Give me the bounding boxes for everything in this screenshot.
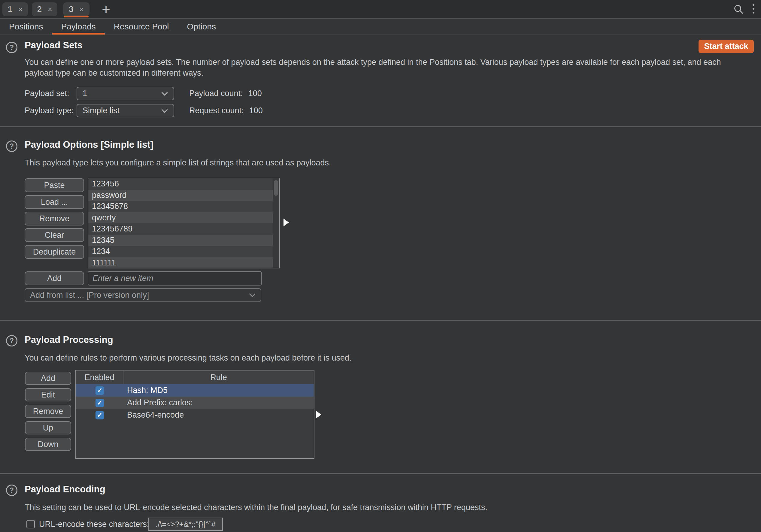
add-button[interactable]: Add bbox=[25, 271, 84, 285]
table-row[interactable]: Base64-encode bbox=[76, 409, 314, 421]
payload-encoding-title: Payload Encoding bbox=[25, 484, 105, 495]
payload-list-item[interactable]: 12345678 bbox=[88, 201, 279, 212]
clear-button[interactable]: Clear bbox=[25, 228, 84, 242]
chevron-down-icon bbox=[161, 109, 168, 113]
rule-up-button[interactable]: Up bbox=[25, 421, 71, 434]
close-icon[interactable]: × bbox=[79, 6, 84, 13]
tab-payloads[interactable]: Payloads bbox=[52, 19, 105, 34]
scrollbar-track[interactable] bbox=[273, 178, 279, 268]
payload-options-title: Payload Options [Simple list] bbox=[25, 139, 153, 150]
processing-rules-table[interactable]: Enabled Rule Hash: MD5 Add Prefix: carlo… bbox=[75, 370, 315, 459]
rule-remove-button[interactable]: Remove bbox=[25, 405, 71, 418]
start-attack-button[interactable]: Start attack bbox=[699, 40, 754, 53]
payload-count-value: 100 bbox=[248, 89, 262, 98]
url-encode-chars-input[interactable] bbox=[148, 517, 223, 531]
window-tab-1[interactable]: 1 × bbox=[2, 2, 28, 16]
chevron-down-icon bbox=[161, 91, 168, 96]
window-tab-2[interactable]: 2 × bbox=[32, 2, 57, 16]
window-tab-1-label: 1 bbox=[8, 5, 12, 14]
load-button[interactable]: Load ... bbox=[25, 195, 84, 209]
window-tab-2-label: 2 bbox=[37, 5, 42, 14]
window-tab-3-active[interactable]: 3 × bbox=[63, 2, 89, 16]
payload-options-section: ? Payload Options [Simple list] This pay… bbox=[0, 127, 761, 320]
payload-list-item[interactable]: 123456 bbox=[88, 178, 279, 190]
tab-positions[interactable]: Positions bbox=[0, 19, 52, 34]
active-nav-underline bbox=[52, 33, 105, 34]
payload-type-select[interactable]: Simple list bbox=[77, 104, 174, 117]
chevron-down-icon bbox=[249, 293, 256, 297]
expand-list-arrow-icon[interactable] bbox=[283, 219, 289, 226]
payload-processing-title: Payload Processing bbox=[25, 335, 113, 345]
rule-add-button[interactable]: Add bbox=[25, 372, 71, 385]
intruder-nav-bar: Positions Payloads Resource Pool Options bbox=[0, 19, 761, 35]
payload-list[interactable]: 123456 password 12345678 qwerty 12345678… bbox=[88, 178, 280, 268]
active-tab-underline bbox=[64, 16, 88, 18]
search-icon[interactable] bbox=[733, 4, 744, 15]
payload-sets-section: ? Payload Sets Start attack You can defi… bbox=[0, 35, 761, 127]
enabled-cell bbox=[76, 386, 123, 395]
payload-list-item[interactable]: password bbox=[88, 190, 279, 201]
payload-set-label: Payload set: bbox=[25, 87, 69, 100]
tab-resource-pool[interactable]: Resource Pool bbox=[105, 19, 178, 34]
payload-count-label: Payload count: bbox=[189, 89, 243, 98]
rule-column-header: Rule bbox=[123, 370, 314, 384]
enabled-cell bbox=[76, 399, 123, 407]
payload-type-label: Payload type: bbox=[25, 104, 74, 117]
rule-enabled-checkbox[interactable] bbox=[95, 399, 104, 407]
url-encode-checkbox[interactable] bbox=[27, 520, 35, 528]
window-tab-bar: 1 × 2 × 3 × + bbox=[0, 0, 761, 19]
payload-list-item[interactable]: 1234 bbox=[88, 246, 279, 257]
tab-positions-label: Positions bbox=[9, 22, 43, 31]
payload-list-item[interactable]: 123456789 bbox=[88, 223, 279, 235]
enabled-column-header: Enabled bbox=[76, 370, 123, 384]
table-row[interactable]: Add Prefix: carlos: bbox=[76, 397, 314, 409]
payload-sets-title: Payload Sets bbox=[25, 40, 83, 51]
url-encode-label: URL-encode these characters: bbox=[39, 520, 149, 529]
rule-enabled-checkbox[interactable] bbox=[95, 411, 104, 419]
remove-button[interactable]: Remove bbox=[25, 212, 84, 226]
payload-list-item[interactable]: 111111 bbox=[88, 257, 279, 269]
rule-cell: Add Prefix: carlos: bbox=[123, 398, 314, 407]
request-count-row: Request count: 100 bbox=[189, 104, 263, 117]
rule-enabled-checkbox[interactable] bbox=[95, 386, 104, 395]
tab-resource-pool-label: Resource Pool bbox=[114, 22, 169, 31]
kebab-menu-icon[interactable] bbox=[753, 4, 754, 14]
expand-table-arrow-icon[interactable] bbox=[316, 411, 322, 418]
payload-options-description: This payload type lets you configure a s… bbox=[25, 157, 331, 168]
help-icon[interactable]: ? bbox=[6, 485, 18, 496]
new-tab-button[interactable]: + bbox=[98, 2, 113, 16]
add-from-list-label: Add from list ... [Pro version only] bbox=[30, 291, 149, 300]
rule-cell: Hash: MD5 bbox=[123, 386, 314, 395]
url-encode-row: URL-encode these characters: bbox=[27, 517, 149, 531]
payload-processing-description: You can define rules to perform various … bbox=[25, 352, 352, 363]
payload-encoding-description: This setting can be used to URL-encode s… bbox=[25, 502, 488, 513]
new-item-input[interactable] bbox=[88, 271, 262, 286]
payload-encoding-section: ? Payload Encoding This setting can be u… bbox=[0, 474, 761, 532]
payload-list-item[interactable]: 12345 bbox=[88, 235, 279, 246]
payload-sets-description: You can define one or more payload sets.… bbox=[25, 57, 747, 79]
rule-cell: Base64-encode bbox=[123, 410, 314, 420]
rule-down-button[interactable]: Down bbox=[25, 438, 71, 451]
add-from-list-select[interactable]: Add from list ... [Pro version only] bbox=[25, 288, 261, 302]
deduplicate-button[interactable]: Deduplicate bbox=[25, 245, 84, 259]
payload-set-value: 1 bbox=[83, 89, 87, 98]
payload-set-select[interactable]: 1 bbox=[77, 87, 174, 100]
window-tab-3-label: 3 bbox=[69, 5, 74, 14]
enabled-cell bbox=[76, 411, 123, 419]
table-header-row: Enabled Rule bbox=[76, 370, 314, 384]
payload-processing-section: ? Payload Processing You can define rule… bbox=[0, 321, 761, 473]
paste-button[interactable]: Paste bbox=[25, 178, 84, 192]
rule-edit-button[interactable]: Edit bbox=[25, 388, 71, 401]
payload-count-row: Payload count: 100 bbox=[189, 87, 262, 100]
help-icon[interactable]: ? bbox=[6, 140, 18, 152]
payload-type-value: Simple list bbox=[83, 106, 120, 115]
payload-list-item[interactable]: qwerty bbox=[88, 212, 279, 224]
close-icon[interactable]: × bbox=[48, 6, 52, 13]
close-icon[interactable]: × bbox=[18, 6, 23, 13]
help-icon[interactable]: ? bbox=[6, 335, 18, 346]
tab-options[interactable]: Options bbox=[178, 19, 225, 34]
table-row[interactable]: Hash: MD5 bbox=[76, 384, 314, 397]
scrollbar-thumb[interactable] bbox=[274, 180, 278, 196]
help-icon[interactable]: ? bbox=[6, 42, 18, 53]
request-count-value: 100 bbox=[249, 106, 263, 115]
